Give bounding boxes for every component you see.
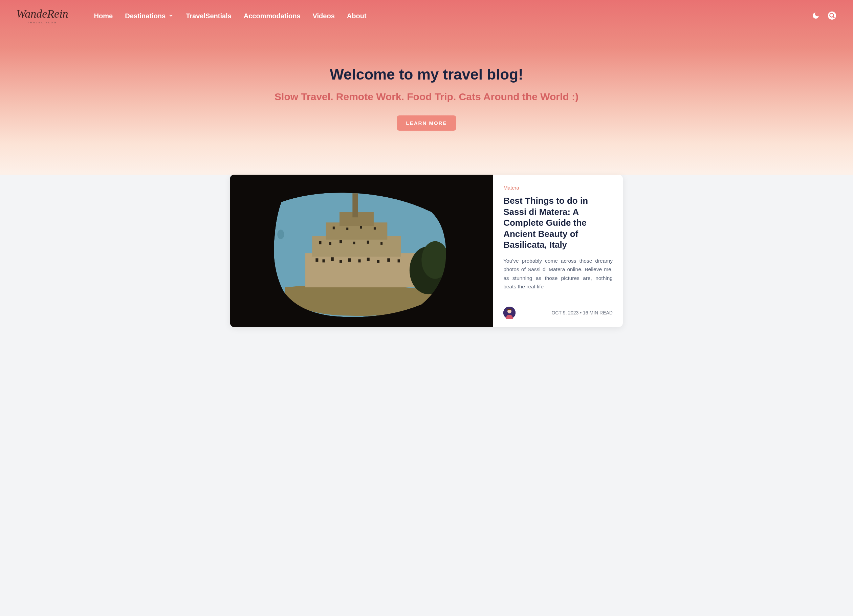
nav-home[interactable]: Home <box>94 12 113 20</box>
post-meta: OCT 9, 2023 • 16 MIN READ <box>551 310 613 316</box>
nav-videos-label: Videos <box>313 12 335 20</box>
nav-accommodations-label: Accommodations <box>244 12 301 20</box>
svg-rect-20 <box>319 241 321 244</box>
svg-rect-15 <box>358 259 360 262</box>
svg-point-0 <box>828 12 836 20</box>
svg-rect-28 <box>360 226 362 229</box>
post-tag[interactable]: Matera <box>503 185 613 191</box>
nav-links: Home Destinations TravelSentials Accommo… <box>94 12 367 20</box>
svg-rect-27 <box>346 228 348 230</box>
svg-rect-11 <box>323 259 325 262</box>
svg-rect-4 <box>305 253 414 287</box>
post-image <box>230 174 493 327</box>
nav-videos[interactable]: Videos <box>313 12 335 20</box>
chevron-down-icon <box>168 12 174 20</box>
nav-about[interactable]: About <box>347 12 367 20</box>
svg-rect-8 <box>352 194 358 218</box>
svg-rect-17 <box>377 260 379 262</box>
nav-home-label: Home <box>94 12 113 20</box>
moon-icon <box>812 12 820 21</box>
nav-destinations-label: Destinations <box>125 12 165 20</box>
svg-rect-19 <box>398 259 400 262</box>
hero-subtitle: Slow Travel. Remote Work. Food Trip. Cat… <box>274 90 579 104</box>
svg-rect-25 <box>381 242 382 245</box>
search-icon <box>827 11 836 21</box>
hero-content: Welcome to my travel blog! Slow Travel. … <box>274 32 579 130</box>
logo[interactable]: WandeRein TRAVEL BLOG <box>16 8 68 24</box>
svg-rect-26 <box>333 226 335 229</box>
main-nav: WandeRein TRAVEL BLOG Home Destinations … <box>0 0 853 32</box>
svg-rect-12 <box>331 257 334 261</box>
svg-rect-13 <box>340 260 342 262</box>
meta-sep: • <box>578 310 583 316</box>
post-excerpt: You've probably come across those dreamy… <box>503 256 613 300</box>
svg-point-32 <box>277 229 284 239</box>
svg-rect-10 <box>316 258 318 262</box>
post-body: Matera Best Things to do in Sassi di Mat… <box>493 174 623 327</box>
logo-subtitle: TRAVEL BLOG <box>27 21 57 24</box>
post-read-time: 16 MIN READ <box>583 310 613 316</box>
search-button[interactable] <box>827 12 837 21</box>
nav-travelsentials[interactable]: TravelSentials <box>186 12 232 20</box>
featured-area: Matera Best Things to do in Sassi di Mat… <box>0 174 853 347</box>
author-avatar[interactable] <box>503 306 516 319</box>
nav-about-label: About <box>347 12 367 20</box>
svg-rect-21 <box>329 242 331 245</box>
svg-rect-29 <box>374 227 376 229</box>
svg-rect-22 <box>340 240 342 243</box>
post-date: OCT 9, 2023 <box>551 310 578 316</box>
post-footer: OCT 9, 2023 • 16 MIN READ <box>503 306 613 319</box>
learn-more-button[interactable]: LEARN MORE <box>397 115 457 130</box>
svg-rect-14 <box>348 258 351 262</box>
dark-mode-button[interactable] <box>811 12 821 21</box>
nav-accommodations[interactable]: Accommodations <box>244 12 301 20</box>
svg-rect-16 <box>367 258 370 261</box>
svg-rect-24 <box>367 241 369 244</box>
post-title[interactable]: Best Things to do in Sassi di Matera: A … <box>503 195 613 250</box>
logo-text: WandeRein <box>16 8 68 20</box>
nav-destinations[interactable]: Destinations <box>125 12 174 20</box>
svg-rect-18 <box>387 258 390 262</box>
hero-title: Welcome to my travel blog! <box>274 66 579 83</box>
nav-actions <box>811 12 837 21</box>
nav-travelsentials-label: TravelSentials <box>186 12 232 20</box>
svg-rect-23 <box>353 242 355 244</box>
featured-post-card[interactable]: Matera Best Things to do in Sassi di Mat… <box>230 174 623 327</box>
